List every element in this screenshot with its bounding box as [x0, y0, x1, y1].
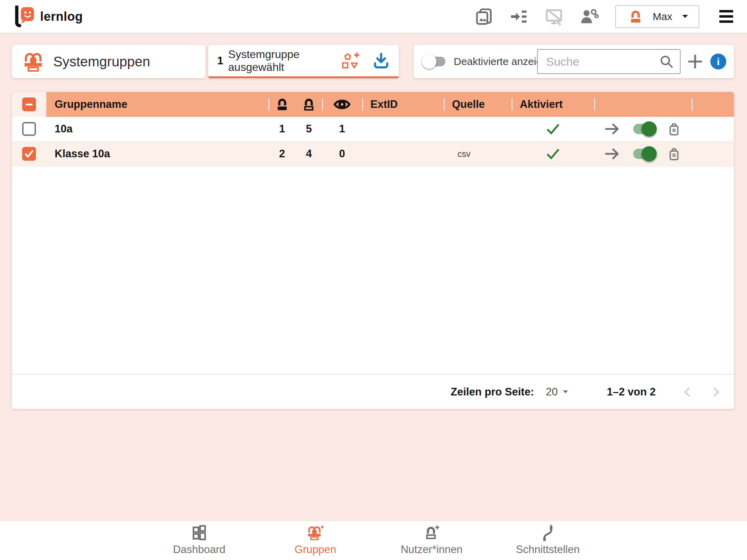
column-extid[interactable]: ExtID [362, 92, 444, 117]
teachers-count: 1 [268, 123, 296, 135]
rows-per-page-label: Zeilen pro Seite: [451, 386, 534, 398]
add-shapes-icon[interactable] [341, 52, 361, 70]
user-menu-button[interactable]: Max [615, 5, 699, 28]
nav-schnittstellen[interactable]: Schnittstellen [490, 524, 606, 556]
caret-down-icon [562, 390, 569, 394]
quelle-value: csv [444, 149, 511, 159]
screen: lernlog Max Systemgruppen 1 Systemgruppe… [0, 0, 747, 560]
search-box [537, 49, 681, 74]
person-plus-icon [423, 524, 440, 541]
search-icon[interactable] [659, 54, 674, 69]
column-gruppenname[interactable]: Gruppenname [46, 92, 268, 117]
group-name: 10a [46, 123, 268, 135]
search-input[interactable] [546, 55, 659, 68]
learners-count: 4 [296, 148, 322, 160]
person-icon [628, 9, 644, 25]
row-checkbox[interactable] [22, 147, 36, 161]
column-spare [692, 92, 734, 117]
nav-dashboard[interactable]: Dashboard [141, 524, 257, 556]
column-visible[interactable] [322, 92, 362, 117]
dashboard-icon [191, 524, 208, 541]
aktiviert-check-icon [546, 122, 560, 136]
screen-cleanup-icon [545, 7, 563, 26]
table-header-row: Gruppenname ExtID Quelle Aktiviert [12, 92, 734, 117]
rows-per-page-value: 20 [546, 386, 557, 398]
selection-panel: 1 Systemgruppe ausgewählt [208, 45, 399, 78]
table-row[interactable]: 10a 1 5 1 [12, 117, 734, 142]
admin-user-icon[interactable] [580, 7, 599, 26]
user-name: Max [653, 11, 672, 22]
person-solid-icon [275, 97, 290, 112]
next-page-icon[interactable] [710, 386, 722, 398]
selection-count: 1 [217, 54, 223, 67]
teachers-count: 2 [268, 148, 296, 160]
selection-label: Systemgruppe ausgewählt [228, 48, 341, 74]
group-enabled-toggle[interactable] [633, 124, 653, 134]
column-teachers[interactable] [268, 92, 296, 117]
nav-gruppen[interactable]: Gruppen [257, 524, 374, 556]
rows-per-page-select[interactable]: 20 [546, 386, 569, 398]
page-title: Systemgruppen [53, 54, 150, 69]
aktiviert-check-icon [546, 147, 560, 161]
table-row[interactable]: Klasse 10a 2 4 0 csv [12, 142, 734, 167]
show-deactivated-toggle[interactable] [425, 57, 445, 66]
delete-group-icon[interactable] [666, 146, 682, 161]
group-name: Klasse 10a [46, 148, 268, 160]
previous-page-icon[interactable] [681, 386, 694, 398]
visible-count: 1 [322, 123, 362, 135]
row-checkbox[interactable] [22, 122, 36, 136]
group-enabled-toggle[interactable] [633, 149, 653, 159]
pagination-range: 1–2 von 2 [607, 386, 656, 398]
column-quelle[interactable]: Quelle [444, 92, 511, 117]
open-group-arrow-icon[interactable] [604, 146, 620, 162]
bottom-navigation: Dashboard Gruppen Nutzer*innen Schnittst… [0, 521, 747, 560]
info-button[interactable]: i [710, 54, 726, 69]
hamburger-icon[interactable] [719, 10, 733, 23]
brand-name: lernlog [40, 9, 83, 24]
select-all-checkbox[interactable] [22, 97, 36, 111]
learners-count: 5 [296, 123, 322, 135]
add-group-button[interactable] [685, 52, 705, 71]
nav-nutzerinnen[interactable]: Nutzer*innen [374, 524, 490, 556]
top-navbar: lernlog Max [0, 0, 747, 34]
column-learners[interactable] [296, 92, 322, 117]
brand[interactable]: lernlog [14, 6, 83, 28]
person-outline-icon [301, 97, 316, 112]
delete-group-icon[interactable] [666, 121, 682, 137]
groups-table: Gruppenname ExtID Quelle Aktiviert 10a 1… [12, 92, 734, 409]
lernlog-logo-icon [14, 6, 35, 28]
column-actions [594, 92, 692, 117]
eye-icon [333, 96, 351, 113]
controls-card: Deaktivierte anzeigen i [414, 45, 734, 78]
visible-count: 0 [322, 148, 362, 160]
column-aktiviert[interactable]: Aktiviert [511, 92, 594, 117]
group-icon [22, 51, 44, 72]
table-footer: Zeilen pro Seite: 20 1–2 von 2 [12, 374, 734, 409]
cable-icon [539, 524, 556, 541]
login-arrow-icon[interactable] [509, 7, 528, 26]
gallery-icon[interactable] [474, 7, 493, 26]
download-icon[interactable] [372, 52, 390, 69]
open-group-arrow-icon[interactable] [604, 121, 620, 137]
caret-down-icon [681, 14, 689, 19]
group-plus-icon [307, 524, 324, 541]
page-title-card: Systemgruppen [12, 45, 205, 78]
